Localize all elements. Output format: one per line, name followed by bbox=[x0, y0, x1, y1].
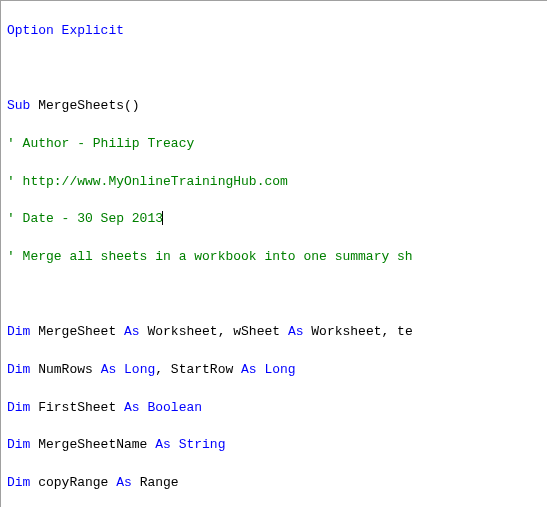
keyword: As Boolean bbox=[124, 400, 202, 415]
code-line: Dim copyRange As Range bbox=[7, 474, 541, 493]
code-line: Dim NumRows As Long, StartRow As Long bbox=[7, 361, 541, 380]
keyword: As String bbox=[155, 437, 225, 452]
text: NumRows bbox=[30, 362, 100, 377]
keyword: As Long bbox=[241, 362, 296, 377]
keyword: Dim bbox=[7, 437, 30, 452]
text-cursor bbox=[162, 211, 163, 225]
code-line: Dim MergeSheet As Worksheet, wSheet As W… bbox=[7, 323, 541, 342]
comment: ' Date - 30 Sep 2013 bbox=[7, 211, 163, 226]
keyword: Sub bbox=[7, 98, 30, 113]
keyword: Dim bbox=[7, 324, 30, 339]
code-line: Dim FirstSheet As Boolean bbox=[7, 399, 541, 418]
text: MergeSheets() bbox=[30, 98, 139, 113]
keyword: As bbox=[288, 324, 304, 339]
code-line bbox=[7, 286, 541, 305]
keyword: As bbox=[124, 324, 140, 339]
keyword: As Long bbox=[101, 362, 156, 377]
code-line: Option Explicit bbox=[7, 22, 541, 41]
text: Worksheet, wSheet bbox=[140, 324, 288, 339]
text: Worksheet, te bbox=[303, 324, 412, 339]
comment: ' Merge all sheets in a workbook into on… bbox=[7, 249, 413, 264]
text: FirstSheet bbox=[30, 400, 124, 415]
code-line: ' http://www.MyOnlineTrainingHub.com bbox=[7, 173, 541, 192]
comment: ' http://www.MyOnlineTrainingHub.com bbox=[7, 174, 288, 189]
keyword: Dim bbox=[7, 362, 30, 377]
keyword: Option Explicit bbox=[7, 23, 124, 38]
code-line: ' Author - Philip Treacy bbox=[7, 135, 541, 154]
text: copyRange bbox=[30, 475, 116, 490]
keyword: Dim bbox=[7, 400, 30, 415]
keyword: As bbox=[116, 475, 132, 490]
code-line: ' Merge all sheets in a workbook into on… bbox=[7, 248, 541, 267]
code-editor[interactable]: Option Explicit Sub MergeSheets() ' Auth… bbox=[0, 0, 547, 507]
text: Range bbox=[132, 475, 179, 490]
code-line: Sub MergeSheets() bbox=[7, 97, 541, 116]
code-line bbox=[7, 60, 541, 79]
comment: ' Author - Philip Treacy bbox=[7, 136, 194, 151]
text: MergeSheet bbox=[30, 324, 124, 339]
text: , StartRow bbox=[155, 362, 241, 377]
keyword: Dim bbox=[7, 475, 30, 490]
text: MergeSheetName bbox=[30, 437, 155, 452]
code-line: Dim MergeSheetName As String bbox=[7, 436, 541, 455]
code-line: ' Date - 30 Sep 2013 bbox=[7, 210, 541, 229]
